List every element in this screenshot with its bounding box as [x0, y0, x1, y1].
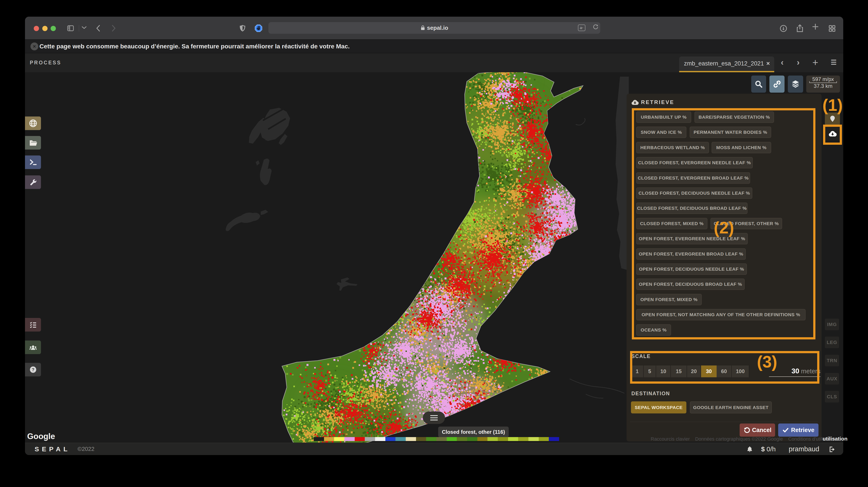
- svg-text:?: ?: [32, 367, 34, 372]
